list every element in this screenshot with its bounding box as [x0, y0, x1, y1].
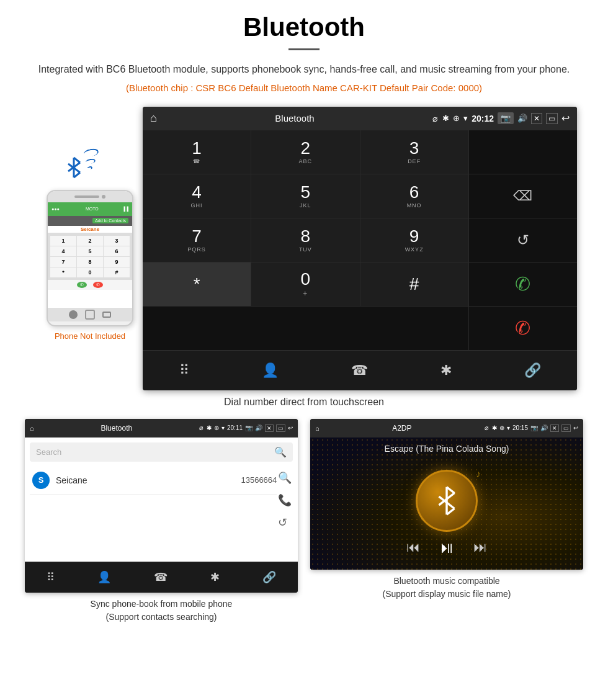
phone-not-included-label: Phone Not Included [55, 331, 125, 341]
sidebar-refresh-icon[interactable]: ↺ [278, 516, 292, 529]
music-content: Escape (The Pina Colada Song) ♪ [310, 437, 583, 570]
music-prev-btn[interactable]: ⏮ [406, 539, 420, 555]
mini-cam-icon[interactable]: 📷 [245, 424, 253, 431]
music-album-art: ♪ [416, 470, 478, 532]
dial-call-green[interactable]: ✆ [469, 262, 577, 306]
music-screenshot-wrap: ⌂ A2DP ⌀ ✱ ⊕ ▾ 20:15 📷 🔊 ✕ ▭ ↩ [310, 419, 583, 624]
search-icon[interactable]: 🔍 [274, 446, 287, 458]
car-nav-bar: ⠿ 👤 ☎ ✱ 🔗 [143, 350, 577, 390]
mini-close-icon[interactable]: ✕ [265, 424, 274, 432]
car-dial-screen: ⌂ Bluetooth ⌀ ✱ ⊕ ▾ 20:12 📷 🔊 ✕ ▭ ↩ [143, 107, 577, 390]
mini-close-icon2[interactable]: ✕ [550, 424, 559, 432]
music-next-btn[interactable]: ⏭ [473, 539, 487, 555]
mini-usb-icon2: ⌀ [485, 424, 489, 432]
phone-camera [102, 195, 105, 199]
dial-call-red[interactable]: ✆ [469, 307, 577, 350]
location-icon: ⊕ [453, 114, 460, 123]
window-icon[interactable]: ▭ [546, 113, 558, 124]
phonebook-screenshot-wrap: ⌂ Bluetooth ⌀ ✱ ⊕ ▾ 20:11 📷 🔊 ✕ ▭ ↩ [25, 419, 298, 624]
mini-vol-icon2[interactable]: 🔊 [540, 424, 548, 431]
contact-avatar: S [32, 472, 50, 489]
mini-signal-icon: ▾ [221, 424, 225, 431]
mini-nav-bt[interactable]: ✱ [210, 570, 220, 584]
music-song-title: Escape (The Pina Colada Song) [385, 444, 509, 454]
music-bt-symbol [434, 485, 459, 516]
nav-contacts-icon[interactable]: 👤 [252, 357, 288, 384]
phonebook-screen: ⌂ Bluetooth ⌀ ✱ ⊕ ▾ 20:11 📷 🔊 ✕ ▭ ↩ [25, 419, 298, 593]
phonebook-sidebar: 🔍 📞 ↺ [277, 469, 293, 532]
bluetooth-large-icon [65, 156, 83, 179]
dial-key-5[interactable]: 5 JKL [251, 174, 359, 218]
nav-link-icon[interactable]: 🔗 [514, 357, 551, 384]
mini-cam-icon2[interactable]: 📷 [530, 424, 538, 431]
sidebar-call-icon[interactable]: 📞 [278, 493, 292, 507]
mini-time2: 20:15 [512, 424, 528, 431]
page-title: Bluetooth [25, 12, 583, 42]
title-divider [288, 48, 320, 50]
phonebook-status-bar: ⌂ Bluetooth ⌀ ✱ ⊕ ▾ 20:11 📷 🔊 ✕ ▭ ↩ [25, 419, 298, 437]
dial-refresh[interactable]: ↺ [469, 218, 577, 262]
dial-key-4[interactable]: 4 GHI [143, 174, 251, 218]
mini-back-icon2[interactable]: ↩ [573, 424, 578, 431]
home-icon[interactable]: ⌂ [150, 112, 157, 125]
dial-key-0[interactable]: 0 + [251, 262, 359, 306]
nav-dialpad-icon[interactable]: ⠿ [169, 357, 199, 384]
phone-device: ●●● MOTO ▐▐ Add to Contacts Seicane 123 … [47, 190, 133, 326]
mini-win-icon2[interactable]: ▭ [561, 424, 571, 432]
search-placeholder: Search [36, 447, 61, 457]
mini-signal-icon2: ▾ [507, 424, 510, 431]
contact-name: Seicane [56, 475, 241, 485]
phonebook-nav-bar: ⠿ 👤 ☎ ✱ 🔗 [25, 562, 298, 593]
mini-back-icon[interactable]: ↩ [288, 424, 293, 431]
dial-key-hash[interactable]: # [360, 262, 468, 306]
mini-home-icon2[interactable]: ⌂ [315, 424, 320, 432]
mini-usb-icon: ⌀ [199, 424, 203, 432]
dial-empty-row [143, 307, 468, 350]
dial-key-6[interactable]: 6 MNO [360, 174, 468, 218]
phonebook-caption: Sync phone-book from mobile phone(Suppor… [91, 598, 233, 624]
mini-home-icon[interactable]: ⌂ [30, 424, 34, 432]
mini-nav-phone[interactable]: ☎ [154, 570, 168, 584]
specs-line: (Bluetooth chip : CSR BC6 Default Blueto… [25, 83, 583, 93]
nav-phone-icon[interactable]: ☎ [341, 357, 378, 384]
dial-key-2[interactable]: 2 ABC [251, 130, 359, 174]
back-icon[interactable]: ↩ [561, 112, 570, 124]
mini-nav-dialpad[interactable]: ⠿ [47, 570, 55, 584]
dial-key-1[interactable]: 1 ☎ [143, 130, 251, 174]
search-bar[interactable]: Search 🔍 [30, 442, 293, 462]
signal-icon: ▾ [463, 114, 468, 123]
dial-display-backspace[interactable]: ⌫ [469, 174, 577, 218]
close-icon[interactable]: ✕ [531, 113, 542, 124]
dial-grid: 1 ☎ 2 ABC 3 DEF 4 GHI [143, 130, 577, 350]
phone-contact-bar: Add to Contacts [48, 216, 132, 226]
phone-mockup: ●●● MOTO ▐▐ Add to Contacts Seicane 123 … [31, 144, 149, 341]
dial-key-7[interactable]: 7 PQRS [143, 218, 251, 262]
usb-icon: ⌀ [432, 114, 437, 123]
dial-display [469, 130, 577, 174]
contact-row[interactable]: S Seicane 13566664466 [30, 467, 293, 495]
volume-icon[interactable]: 🔊 [517, 114, 527, 123]
phonebook-title: Bluetooth [37, 424, 196, 433]
mini-win-icon[interactable]: ▭ [276, 424, 285, 432]
dial-key-9[interactable]: 9 WXYZ [360, 218, 468, 262]
dial-key-8[interactable]: 8 TUV [251, 218, 359, 262]
phonebook-content: Search 🔍 S Seicane 13566664466 � [25, 437, 298, 562]
camera-icon[interactable]: 📷 [498, 112, 514, 124]
mini-nav-link[interactable]: 🔗 [262, 570, 276, 584]
phone-dialpad: 123 456 789 *0# [48, 233, 132, 280]
music-status-bar: ⌂ A2DP ⌀ ✱ ⊕ ▾ 20:15 📷 🔊 ✕ ▭ ↩ [310, 419, 583, 437]
dial-key-star[interactable]: * [143, 262, 251, 306]
svg-line-6 [447, 487, 455, 493]
mini-vol-icon[interactable]: 🔊 [255, 424, 262, 431]
dial-key-3[interactable]: 3 DEF [360, 130, 468, 174]
mini-nav-contacts[interactable]: 👤 [97, 570, 111, 584]
screen-title: Bluetooth [162, 113, 427, 123]
music-caption: Bluetooth music compatible(Support displ… [383, 575, 511, 601]
sidebar-search-icon[interactable]: 🔍 [278, 471, 292, 485]
music-controls: ⏮ ⏯ ⏭ [406, 538, 487, 563]
music-play-pause-btn[interactable]: ⏯ [439, 538, 455, 557]
status-time: 20:12 [472, 114, 494, 123]
mini-bt-icon: ✱ [207, 424, 212, 431]
mini-status-icons: ✱ ⊕ ▾ 20:11 📷 🔊 ✕ ▭ ↩ [207, 424, 293, 432]
nav-bluetooth-icon[interactable]: ✱ [431, 357, 462, 384]
